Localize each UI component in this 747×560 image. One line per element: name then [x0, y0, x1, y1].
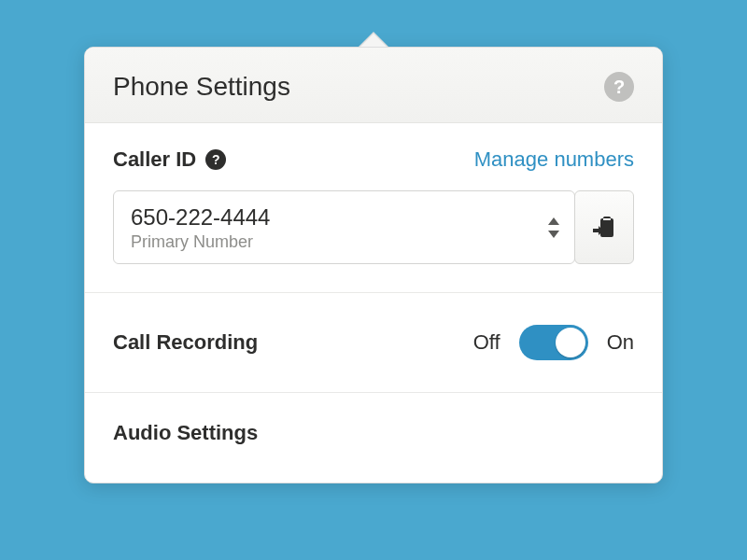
select-stepper[interactable] [541, 191, 574, 263]
caller-id-subtext: Primary Number [131, 232, 524, 252]
settings-panel: Phone Settings ? Caller ID ? Manage numb… [84, 47, 663, 483]
call-recording-label: Call Recording [113, 330, 258, 355]
caller-id-number: 650-222-4444 [131, 204, 524, 231]
caller-id-row: 650-222-4444 Primary Number [113, 190, 634, 264]
manage-numbers-link[interactable]: Manage numbers [474, 147, 634, 172]
popover-arrow [360, 34, 387, 47]
caller-id-content: 650-222-4444 Primary Number [114, 191, 541, 263]
call-recording-toggle[interactable] [519, 325, 588, 360]
caller-id-select[interactable]: 650-222-4444 Primary Number [113, 190, 575, 264]
call-recording-section: Call Recording Off On [85, 293, 662, 393]
chevron-down-icon [548, 231, 559, 238]
caller-id-label-group: Caller ID ? [113, 147, 226, 172]
caller-id-label: Caller ID [113, 147, 196, 172]
call-recording-toggle-group: Off On [473, 325, 634, 360]
svg-rect-2 [603, 218, 611, 220]
help-icon[interactable]: ? [604, 72, 634, 102]
chevron-up-icon [548, 217, 559, 225]
panel-title: Phone Settings [113, 72, 290, 102]
caller-id-section: Caller ID ? Manage numbers 650-222-4444 … [85, 123, 662, 293]
paste-button[interactable] [574, 190, 634, 264]
toggle-off-label: Off [473, 330, 500, 355]
toggle-knob [556, 328, 585, 357]
toggle-on-label: On [607, 330, 634, 355]
caller-id-header: Caller ID ? Manage numbers [113, 147, 634, 172]
audio-settings-section: Audio Settings [85, 393, 662, 483]
caller-id-help-icon[interactable]: ? [205, 149, 226, 170]
paste-icon [591, 215, 617, 241]
audio-settings-label: Audio Settings [113, 421, 634, 445]
panel-header: Phone Settings ? [85, 48, 662, 123]
settings-popover: Phone Settings ? Caller ID ? Manage numb… [84, 47, 663, 483]
